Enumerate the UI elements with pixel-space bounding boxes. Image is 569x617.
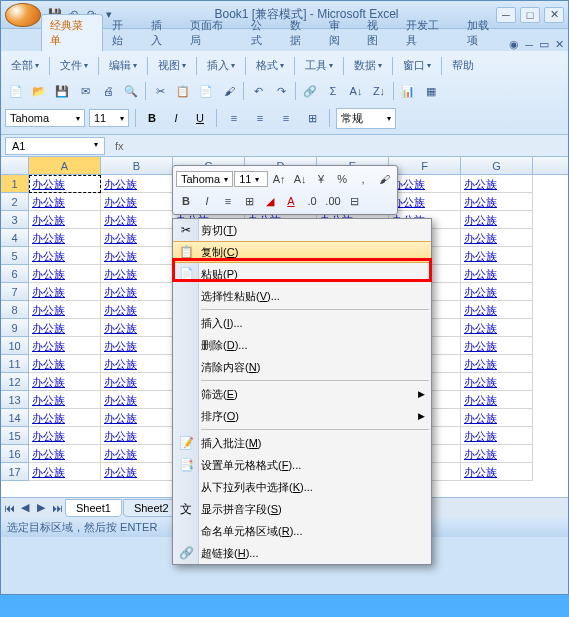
help-icon[interactable]: ◉ [509, 38, 519, 51]
row-header[interactable]: 15 [1, 427, 29, 445]
mini-grow-font-icon[interactable]: A↑ [269, 169, 289, 189]
mini-shrink-font-icon[interactable]: A↓ [290, 169, 310, 189]
ctx-delete[interactable]: 删除(D)... [173, 334, 431, 356]
cell[interactable]: 办公族 [101, 463, 173, 481]
ctx-pinyin[interactable]: 文显示拼音字段(S) [173, 498, 431, 520]
ctx-comment[interactable]: 📝插入批注(M) [173, 432, 431, 454]
cell[interactable]: 办公族 [29, 409, 101, 427]
cell[interactable]: 办公族 [461, 301, 533, 319]
sheet-nav-next-icon[interactable]: ▶ [33, 500, 49, 516]
bold-button[interactable]: B [142, 108, 162, 128]
ctx-cut[interactable]: ✂剪切(T) [173, 219, 431, 241]
font-select[interactable]: Tahoma▾ [5, 109, 85, 127]
mini-italic-button[interactable]: I [197, 191, 217, 211]
ctx-dropdown-pick[interactable]: 从下拉列表中选择(K)... [173, 476, 431, 498]
underline-button[interactable]: U [190, 108, 210, 128]
cell[interactable]: 办公族 [101, 193, 173, 211]
sheet-nav-prev-icon[interactable]: ◀ [17, 500, 33, 516]
menu-format[interactable]: 格式▾ [250, 55, 290, 76]
mini-align-icon[interactable]: ≡ [218, 191, 238, 211]
col-header-g[interactable]: G [461, 157, 533, 174]
doc-minimize-icon[interactable]: ─ [525, 39, 533, 51]
redo-icon[interactable]: ↷ [270, 80, 292, 102]
cell[interactable]: 办公族 [29, 211, 101, 229]
tab-dev[interactable]: 开发工具 [398, 15, 458, 51]
sort-asc-icon[interactable]: A↓ [345, 80, 367, 102]
ctx-insert[interactable]: 插入(I)... [173, 312, 431, 334]
cell[interactable]: 办公族 [29, 373, 101, 391]
ctx-cell-format[interactable]: 📑设置单元格格式(F)... [173, 454, 431, 476]
mini-font-color-icon[interactable]: A [281, 191, 301, 211]
row-header[interactable]: 3 [1, 211, 29, 229]
cell[interactable]: 办公族 [461, 247, 533, 265]
mini-font-select[interactable]: Tahoma▾ [176, 171, 233, 187]
ctx-hyperlink[interactable]: 🔗超链接(H)... [173, 542, 431, 564]
row-header[interactable]: 17 [1, 463, 29, 481]
cell[interactable]: 办公族 [29, 265, 101, 283]
tab-home[interactable]: 开始 [104, 15, 142, 51]
cell[interactable]: 办公族 [461, 193, 533, 211]
cell[interactable]: 办公族 [101, 355, 173, 373]
undo-icon[interactable]: ↶ [247, 80, 269, 102]
col-header-a[interactable]: A [29, 157, 101, 174]
tab-view[interactable]: 视图 [359, 15, 397, 51]
copy-icon[interactable]: 📋 [172, 80, 194, 102]
cell[interactable]: 办公族 [461, 283, 533, 301]
new-icon[interactable]: 📄 [5, 80, 27, 102]
number-format-select[interactable]: 常规▾ [336, 108, 396, 129]
ctx-sort[interactable]: 排序(O)▶ [173, 405, 431, 427]
mail-icon[interactable]: ✉ [74, 80, 96, 102]
tab-review[interactable]: 审阅 [321, 15, 359, 51]
sheet-nav-last-icon[interactable]: ⏭ [49, 500, 65, 516]
cell[interactable]: 办公族 [461, 265, 533, 283]
cell[interactable]: 办公族 [29, 319, 101, 337]
ctx-paste[interactable]: 📄粘贴(P) [173, 263, 431, 285]
mini-merge-icon[interactable]: ⊟ [344, 191, 364, 211]
ctx-filter[interactable]: 筛选(E)▶ [173, 383, 431, 405]
menu-file[interactable]: 文件▾ [54, 55, 94, 76]
mini-inc-decimal-icon[interactable]: .00 [323, 191, 343, 211]
chart-icon[interactable]: 📊 [397, 80, 419, 102]
row-header[interactable]: 7 [1, 283, 29, 301]
menu-window[interactable]: 窗口▾ [397, 55, 437, 76]
cell[interactable]: 办公族 [29, 175, 101, 193]
menu-view[interactable]: 视图▾ [152, 55, 192, 76]
cell[interactable]: 办公族 [101, 265, 173, 283]
ctx-clear[interactable]: 清除内容(N) [173, 356, 431, 378]
cell[interactable]: 办公族 [29, 463, 101, 481]
cell[interactable]: 办公族 [461, 409, 533, 427]
menu-edit[interactable]: 编辑▾ [103, 55, 143, 76]
mini-border-icon[interactable]: ⊞ [239, 191, 259, 211]
sort-desc-icon[interactable]: Z↓ [368, 80, 390, 102]
cell[interactable]: 办公族 [101, 283, 173, 301]
mini-size-select[interactable]: 11▾ [234, 171, 268, 187]
row-header[interactable]: 2 [1, 193, 29, 211]
mini-dec-decimal-icon[interactable]: .0 [302, 191, 322, 211]
cell[interactable]: 办公族 [101, 211, 173, 229]
cell[interactable]: 办公族 [101, 409, 173, 427]
cut-icon[interactable]: ✂ [149, 80, 171, 102]
close-button[interactable]: ✕ [544, 7, 564, 23]
align-center-icon[interactable]: ≡ [249, 107, 271, 129]
row-header[interactable]: 6 [1, 265, 29, 283]
name-box[interactable]: A1▾ [5, 137, 105, 155]
menu-all[interactable]: 全部▾ [5, 55, 45, 76]
merge-icon[interactable]: ⊞ [301, 107, 323, 129]
cell[interactable]: 办公族 [101, 175, 173, 193]
cell[interactable]: 办公族 [101, 391, 173, 409]
cell[interactable]: 办公族 [389, 175, 461, 193]
mini-fill-color-icon[interactable]: ◢ [260, 191, 280, 211]
cell[interactable]: 办公族 [29, 301, 101, 319]
cell[interactable]: 办公族 [461, 391, 533, 409]
col-header-b[interactable]: B [101, 157, 173, 174]
cell[interactable]: 办公族 [101, 247, 173, 265]
cell[interactable]: 办公族 [461, 445, 533, 463]
cell[interactable]: 办公族 [101, 229, 173, 247]
doc-close-icon[interactable]: ✕ [555, 38, 564, 51]
row-header[interactable]: 16 [1, 445, 29, 463]
row-header[interactable]: 5 [1, 247, 29, 265]
mini-bold-button[interactable]: B [176, 191, 196, 211]
cell[interactable]: 办公族 [101, 319, 173, 337]
office-button[interactable] [5, 3, 41, 27]
row-header[interactable]: 8 [1, 301, 29, 319]
